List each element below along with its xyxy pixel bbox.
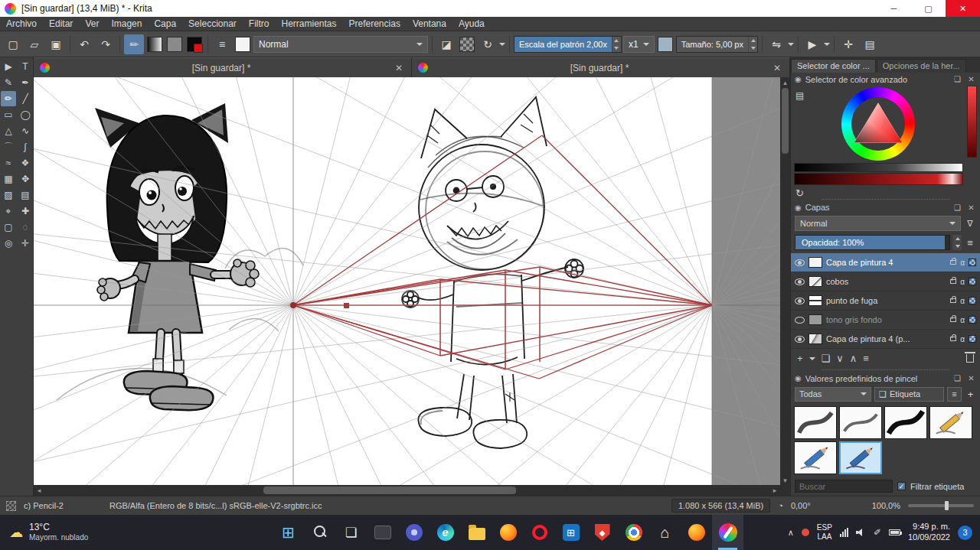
inherit-alpha-icon[interactable] bbox=[969, 335, 976, 343]
float-docker-icon[interactable]: ❏ bbox=[952, 203, 962, 212]
tool-select-rect[interactable]: ▢ bbox=[1, 220, 16, 235]
layer-filter-icon[interactable]: ∇ bbox=[964, 219, 976, 229]
language-indicator[interactable]: ESP LAA bbox=[817, 523, 832, 542]
taskbar-chrome[interactable] bbox=[618, 515, 649, 550]
brush-preset-charcoal[interactable] bbox=[794, 406, 837, 439]
current-color-swatch[interactable] bbox=[658, 37, 673, 52]
menu-ventana[interactable]: Ventana bbox=[407, 17, 452, 31]
color-gradient-strip[interactable] bbox=[794, 173, 963, 185]
doc-tab-1[interactable]: [Sin guardar] * ✕ bbox=[34, 57, 412, 77]
inherit-alpha-icon[interactable] bbox=[969, 297, 976, 304]
menu-preferencias[interactable]: Preferencias bbox=[343, 17, 407, 31]
tool-select-shapes[interactable]: ▶ bbox=[1, 59, 16, 74]
layer-blend-mode-dropdown[interactable]: Normal bbox=[795, 216, 961, 231]
scroll-up-icon[interactable]: ▴ bbox=[780, 77, 790, 87]
search-input[interactable] bbox=[795, 480, 893, 493]
new-document-button[interactable]: ▢ bbox=[3, 34, 23, 54]
docker-separator[interactable] bbox=[822, 199, 949, 200]
tool-transform[interactable]: ▦ bbox=[1, 171, 16, 187]
gradient-chooser[interactable] bbox=[147, 37, 162, 52]
horizontal-scroll-thumb[interactable] bbox=[263, 487, 516, 494]
fg-bg-color-chooser[interactable] bbox=[187, 37, 202, 52]
scroll-right-icon[interactable]: ▸ bbox=[769, 485, 780, 496]
shade-strip[interactable] bbox=[967, 86, 977, 158]
layer-visibility-icon[interactable] bbox=[795, 336, 805, 343]
value-gradient-strip[interactable] bbox=[794, 163, 963, 172]
tool-select-ellipse[interactable]: ◌ bbox=[18, 220, 33, 235]
layer-visibility-icon[interactable] bbox=[795, 278, 805, 285]
menu-imagen[interactable]: Imagen bbox=[105, 17, 148, 31]
layer-visibility-icon[interactable] bbox=[795, 298, 805, 304]
layer-row[interactable]: cobos α bbox=[791, 272, 980, 291]
selection-mode-icon[interactable] bbox=[6, 501, 16, 511]
lock-icon[interactable] bbox=[950, 337, 956, 341]
brush-preset-soft-pencil[interactable] bbox=[839, 406, 882, 439]
move-layer-down-button[interactable]: ∨ bbox=[836, 353, 844, 364]
brush-preset-pencil-2[interactable] bbox=[794, 441, 837, 474]
tool-multibrush[interactable]: ❖ bbox=[18, 155, 33, 171]
undo-button[interactable]: ↶ bbox=[74, 34, 94, 54]
network-icon[interactable] bbox=[840, 528, 848, 537]
tool-gradient[interactable]: ▤ bbox=[18, 187, 33, 203]
menu-archivo[interactable]: Archivo bbox=[0, 17, 43, 31]
tool-line[interactable]: ╱ bbox=[18, 91, 33, 106]
snap-settings-button[interactable]: ✛ bbox=[838, 34, 858, 54]
inherit-alpha-icon[interactable] bbox=[969, 259, 976, 266]
tool-bezier[interactable]: ⌒ bbox=[1, 139, 16, 155]
alpha-icon[interactable]: α bbox=[960, 316, 965, 324]
doc-tab-2[interactable]: [Sin guardar] * ✕ bbox=[412, 57, 790, 77]
opacity-slider[interactable]: Opacidad: 100% bbox=[795, 235, 950, 250]
chevron-down-icon[interactable] bbox=[809, 357, 815, 360]
chevron-down-icon[interactable] bbox=[824, 43, 830, 46]
save-document-button[interactable]: ▣ bbox=[46, 34, 66, 54]
menu-editar[interactable]: Editar bbox=[43, 17, 79, 31]
color-selector-settings-icon[interactable]: ▤ bbox=[795, 90, 804, 101]
taskbar-monitor-app[interactable] bbox=[367, 515, 398, 550]
show-panels-button[interactable]: ▤ bbox=[860, 34, 880, 54]
canvas-angle[interactable]: 0,00° bbox=[791, 501, 811, 510]
alpha-icon[interactable]: α bbox=[960, 297, 965, 305]
taskbar-krita[interactable] bbox=[712, 515, 743, 550]
brush-preset-ink[interactable] bbox=[884, 406, 927, 439]
tool-fill[interactable]: ▨ bbox=[1, 187, 16, 203]
blending-mode-dropdown[interactable]: Normal bbox=[253, 36, 428, 53]
pattern-chooser[interactable] bbox=[167, 37, 182, 52]
tray-app-icon[interactable] bbox=[802, 529, 809, 536]
tool-dynamic-brush[interactable]: ≈ bbox=[1, 155, 16, 171]
scroll-down-icon[interactable]: ▾ bbox=[780, 475, 790, 485]
taskbar-edge[interactable]: e bbox=[430, 515, 461, 550]
tool-calligraphy[interactable]: ✒ bbox=[18, 75, 33, 90]
filter-tag-checkbox[interactable]: ✓ bbox=[897, 482, 906, 490]
taskbar-home-app[interactable]: ⌂ bbox=[649, 515, 681, 550]
delete-layer-button[interactable] bbox=[966, 354, 974, 363]
chevron-down-icon[interactable] bbox=[499, 43, 505, 46]
duplicate-layer-button[interactable]: ❏ bbox=[822, 353, 831, 364]
tab-color-selector[interactable]: Selector de color ... bbox=[791, 59, 876, 73]
open-document-button[interactable]: ▱ bbox=[24, 34, 44, 54]
eraser-mode-button[interactable]: ◪ bbox=[436, 34, 456, 54]
menu-ver[interactable]: Ver bbox=[79, 17, 105, 31]
tool-polyline[interactable]: ∿ bbox=[18, 123, 33, 138]
preset-filter-dropdown[interactable]: Todas bbox=[795, 387, 871, 402]
preserve-alpha-button[interactable] bbox=[459, 37, 475, 52]
horizontal-scrollbar[interactable]: ◂ ▸ bbox=[34, 485, 780, 496]
maximize-button[interactable]: ▢ bbox=[911, 0, 946, 17]
layer-row[interactable]: punto de fuga α bbox=[791, 291, 980, 311]
tool-pan[interactable]: ✛ bbox=[18, 236, 33, 251]
spin-down-icon[interactable] bbox=[612, 44, 621, 52]
float-docker-icon[interactable]: ❏ bbox=[952, 75, 962, 83]
layer-row[interactable]: Capa de pintura 4 (p... α bbox=[791, 330, 980, 349]
taskbar-file-explorer[interactable] bbox=[461, 515, 492, 550]
close-icon[interactable]: ✕ bbox=[966, 75, 976, 83]
alpha-icon[interactable]: α bbox=[960, 335, 965, 343]
lock-icon[interactable] bbox=[950, 298, 956, 303]
tool-edit-shapes[interactable]: ✎ bbox=[1, 75, 16, 90]
zoom-slider-thumb[interactable] bbox=[945, 501, 949, 510]
brush-preset-pencil-2-selected[interactable] bbox=[839, 441, 882, 474]
hidden-icons-chevron[interactable]: ∧ bbox=[788, 528, 794, 538]
spin-up-icon[interactable] bbox=[749, 37, 757, 44]
redo-button[interactable]: ↷ bbox=[96, 34, 116, 54]
mirror-view-button[interactable]: ⇋ bbox=[766, 34, 786, 54]
brush-tool-button[interactable]: ✏ bbox=[124, 34, 144, 54]
refresh-icon[interactable]: ↻ bbox=[795, 187, 804, 199]
